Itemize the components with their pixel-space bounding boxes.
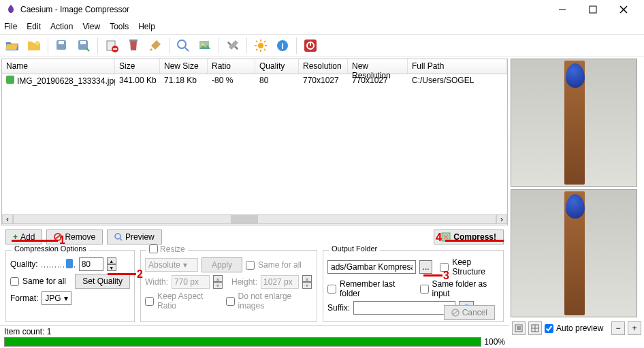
menu-file[interactable]: File <box>4 22 17 31</box>
svg-line-24 <box>264 41 265 42</box>
quality-label: Quality: <box>10 259 38 269</box>
col-size[interactable]: Size <box>115 59 160 74</box>
resize-mode-combo[interactable]: Absolute▾ <box>145 258 198 272</box>
preview-button[interactable]: Preview <box>107 230 162 244</box>
col-newsize[interactable]: New Size <box>160 59 208 74</box>
auto-preview-checkbox[interactable] <box>545 324 553 333</box>
no-enlarge-label: Do not enlarge images <box>238 291 312 311</box>
menu-action[interactable]: Action <box>50 22 73 31</box>
height-label: Height: <box>231 277 257 287</box>
file-type-icon <box>6 76 14 84</box>
menu-view[interactable]: View <box>82 22 100 31</box>
col-resolution[interactable]: Resolution <box>299 59 348 74</box>
preview-original <box>511 59 637 187</box>
chevron-down-icon: ▾ <box>183 260 187 270</box>
preview-label: Preview <box>125 232 155 242</box>
set-quality-button[interactable]: Set Quality <box>75 274 130 289</box>
quality-input[interactable] <box>79 257 103 271</box>
compression-options-panel: Compression Options Quality: ▲▼ Same for… <box>5 250 135 322</box>
zoom-out-icon[interactable]: − <box>611 321 625 335</box>
svg-point-33 <box>115 234 120 239</box>
height-spinner[interactable]: ▲▼ <box>302 275 312 289</box>
zoom-icon[interactable] <box>174 36 193 55</box>
svg-line-22 <box>256 41 257 42</box>
cancel-icon <box>451 309 460 317</box>
svg-line-37 <box>453 311 458 315</box>
format-label: Format: <box>10 294 38 303</box>
width-input[interactable] <box>172 275 210 289</box>
open-folder-icon[interactable] <box>25 36 44 55</box>
svg-line-32 <box>55 235 61 239</box>
save-list-icon[interactable] <box>52 36 71 55</box>
same-as-input-checkbox[interactable] <box>420 285 429 294</box>
minimize-button[interactable] <box>547 0 577 19</box>
col-ratio[interactable]: Ratio <box>208 59 255 74</box>
col-newresolution[interactable]: New Resolution <box>348 59 408 74</box>
format-combo[interactable]: JPG▾ <box>42 291 71 305</box>
magnifier-icon <box>114 233 123 241</box>
col-quality[interactable]: Quality <box>255 59 299 74</box>
item-count: Item count: 1 <box>4 327 51 336</box>
apply-resize-button[interactable]: Apply <box>202 257 242 272</box>
menu-help[interactable]: Help <box>138 22 155 31</box>
table-row[interactable]: IMG_20190628_133334.jpg 341.00 Kb 71.18 … <box>2 74 507 88</box>
same-for-all-quality-label: Same for all <box>22 276 66 286</box>
no-enlarge-checkbox[interactable] <box>226 297 235 306</box>
close-button[interactable] <box>608 0 639 19</box>
cancel-button[interactable]: Cancel <box>444 305 495 320</box>
remove-button[interactable]: Remove <box>46 230 103 244</box>
remove-item-icon[interactable] <box>102 36 121 55</box>
add-button[interactable]: +Add <box>5 230 42 244</box>
maximize-button[interactable] <box>577 0 608 19</box>
cell-ratio: -80 % <box>208 74 255 88</box>
actual-size-icon[interactable] <box>528 321 542 335</box>
compress-icon <box>441 232 451 242</box>
settings-tools-icon[interactable] <box>223 36 242 55</box>
same-for-all-quality-checkbox[interactable] <box>10 277 19 286</box>
menu-edit[interactable]: Edit <box>27 22 41 31</box>
col-name[interactable]: Name <box>2 59 115 74</box>
fit-window-icon[interactable] <box>512 321 526 335</box>
svg-point-13 <box>178 40 186 48</box>
resize-checkbox[interactable] <box>149 244 158 253</box>
preview-compressed <box>511 189 637 317</box>
remember-folder-checkbox[interactable] <box>327 285 336 294</box>
preview-icon[interactable] <box>195 36 214 55</box>
width-spinner[interactable]: ▲▼ <box>213 275 223 289</box>
resize-panel: Resize Absolute▾ Apply Same for all Widt… <box>140 250 317 322</box>
output-path-input[interactable] <box>327 260 416 274</box>
same-for-all-resize-checkbox[interactable] <box>246 261 255 270</box>
save-profile-icon[interactable] <box>74 36 93 55</box>
horizontal-scrollbar[interactable]: ‹ › <box>2 214 507 225</box>
height-input[interactable] <box>261 275 299 289</box>
scroll-right-arrow-icon[interactable]: › <box>496 215 507 224</box>
svg-rect-39 <box>517 326 521 330</box>
clear-list-icon[interactable] <box>124 36 143 55</box>
scroll-left-arrow-icon[interactable]: ‹ <box>2 215 13 224</box>
browse-output-button[interactable]: ... <box>419 260 432 274</box>
quality-spinner[interactable]: ▲▼ <box>107 257 116 271</box>
compress-button[interactable]: Compress! <box>434 230 504 244</box>
suffix-input[interactable] <box>353 301 455 315</box>
plus-icon: + <box>13 232 18 242</box>
file-table: Name Size New Size Ratio Quality Resolut… <box>1 59 508 225</box>
cell-newresolution: 770x1027 <box>348 74 408 88</box>
settings-gear-icon[interactable] <box>251 36 270 55</box>
open-file-icon[interactable] <box>3 36 22 55</box>
zoom-in-icon[interactable]: + <box>628 321 641 335</box>
keep-structure-checkbox[interactable] <box>440 263 449 272</box>
prohibit-icon <box>54 233 62 241</box>
keep-structure-label: Keep Structure <box>452 257 499 276</box>
cell-resolution: 770x1027 <box>299 74 348 88</box>
chevron-down-icon: ▾ <box>64 294 68 303</box>
menu-tools[interactable]: Tools <box>110 22 129 31</box>
brush-icon[interactable] <box>146 36 165 55</box>
power-exit-icon[interactable] <box>301 36 320 55</box>
keep-aspect-checkbox[interactable] <box>145 297 154 306</box>
suffix-label: Suffix: <box>327 303 350 313</box>
col-fullpath[interactable]: Full Path <box>408 59 507 74</box>
info-icon[interactable]: i <box>273 36 292 55</box>
quality-slider[interactable] <box>42 257 76 271</box>
menubar: File Edit Action View Tools Help <box>0 19 644 34</box>
cell-name: IMG_20190628_133334.jpg <box>17 76 115 86</box>
